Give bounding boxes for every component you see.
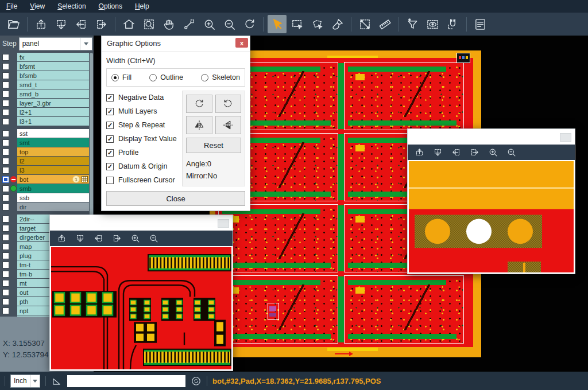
move-down-button[interactable] [433,147,443,157]
layer-visibility-checkbox[interactable] [2,234,9,241]
rotate-ccw-button[interactable] [215,95,242,113]
reset-button[interactable]: Reset [186,138,241,153]
checkbox-profile[interactable]: ✓Profile [106,146,179,159]
layer-visibility-checkbox[interactable] [2,100,9,107]
layer-visibility-checkbox[interactable] [2,109,9,116]
zoom-previous-button[interactable] [240,15,259,33]
zoom-out-button[interactable] [220,15,239,33]
mirror-horizontal-button[interactable] [186,116,212,134]
layer-visibility-checkbox[interactable] [2,243,9,250]
layer-name-cell[interactable]: dir [17,202,89,211]
checkbox-datum-origin[interactable]: ✓Datum & Origin [106,159,179,173]
layer-visibility-checkbox[interactable] [2,298,9,305]
layer-visibility-checkbox[interactable] [2,225,9,232]
layer-row-smd_b[interactable]: smd_b [0,89,94,98]
mirror-vertical-button[interactable] [215,116,242,134]
checkbox-icon[interactable]: ✓ [106,94,114,102]
zoom-in-button[interactable] [488,147,498,157]
clear-brush-button[interactable] [328,15,347,33]
layer-visibility-checkbox[interactable] [2,118,9,125]
selection-marker-fiducial[interactable] [457,53,470,63]
layer-row-ssb[interactable]: ssb [0,193,94,202]
layer-visibility-checkbox[interactable] [2,139,9,146]
layer-visibility-checkbox[interactable] [2,81,9,88]
zoom-window-titlebar[interactable] [50,215,233,231]
checkbox-icon[interactable]: ✓ [106,135,114,143]
menu-item-view[interactable]: View [24,0,51,13]
move-down-button[interactable] [52,15,71,33]
layer-name-cell[interactable]: fx [17,53,89,61]
menu-item-options[interactable]: Options [92,0,129,13]
ruler-button[interactable] [376,15,394,33]
zoom-in-button[interactable] [200,15,219,33]
layer-row-top[interactable]: top [0,147,94,156]
move-up-button[interactable] [32,15,51,33]
layer-visibility-checkbox[interactable] [2,262,9,268]
move-right-button[interactable] [470,147,479,157]
layer-visibility-checkbox[interactable] [2,216,9,223]
layer-row-bot[interactable]: bot1 [0,175,94,184]
layer-name-cell[interactable]: l2+1 [17,108,89,116]
snap-magnet-button[interactable] [443,15,462,33]
layer-row-layer_3.gbr[interactable]: layer_3.gbr [0,99,94,107]
polygon-select-button[interactable] [308,15,327,33]
layer-row-smt[interactable]: smt [0,138,94,147]
radio-dot-icon[interactable] [201,74,208,81]
home-view-button[interactable] [119,15,138,33]
layer-visibility-checkbox[interactable] [2,252,9,259]
layer-row-dir[interactable]: dir [0,202,94,211]
zoom-window-titlebar[interactable] [408,129,575,145]
close-button[interactable]: Close [106,191,245,206]
layer-name-cell[interactable]: bfsmt [17,62,89,71]
layer-name-cell[interactable]: ssb [17,193,89,202]
checkbox-icon[interactable]: ✓ [106,122,114,129]
layer-name-cell[interactable]: sst [17,129,89,138]
red-dot-icon[interactable] [10,176,17,182]
pan-hand-button[interactable] [160,15,179,33]
checkbox-icon[interactable] [106,177,114,184]
checkbox-icon[interactable]: ✓ [106,149,114,157]
layer-visibility-checkbox[interactable] [2,280,9,287]
layer-name-cell[interactable]: bfsmb [17,71,89,80]
layer-name-cell[interactable]: l3+1 [17,117,89,126]
step-select[interactable]: panel [19,37,92,50]
layer-visibility-checkbox[interactable] [2,194,9,201]
layer-row-smd_t[interactable]: smd_t [0,80,94,89]
layer-row-l2+1[interactable]: l2+1 [0,108,94,116]
layer-row-l3+1[interactable]: l3+1 [0,117,94,126]
zoom-preview-fiducial[interactable] [409,161,574,272]
command-input[interactable] [67,375,185,387]
layer-name-cell[interactable]: layer_3.gbr [17,99,89,107]
layer-visibility-checkbox[interactable] [2,204,9,210]
grid-table-icon[interactable] [82,176,88,182]
layer-visibility-checkbox[interactable] [2,271,9,278]
layer-visibility-checkbox[interactable] [2,158,9,165]
layer-visibility-checkbox[interactable] [2,307,9,314]
checkbox-multi-layers[interactable]: ✓Multi Layers [106,104,179,118]
layer-name-cell[interactable]: top [17,147,89,156]
menu-item-file[interactable]: File [0,0,24,13]
window-button[interactable] [560,133,571,142]
move-up-button[interactable] [57,233,67,243]
layer-visibility-checkbox[interactable] [2,72,9,79]
layer-visibility-checkbox[interactable] [2,167,9,174]
move-left-button[interactable] [94,233,103,243]
layer-row-bfsmt[interactable]: bfsmt [0,62,94,71]
select-cursor-button[interactable] [268,15,287,33]
zoom-window-button[interactable] [140,15,158,33]
chevron-down-icon[interactable] [30,375,40,387]
dialog-titlebar[interactable]: Graphic Options x [102,36,250,52]
selection-marker-pad[interactable] [268,303,279,320]
layer-visibility-checkbox[interactable] [2,91,9,98]
checkbox-fullscreen-cursor[interactable]: Fullscreen Cursor [106,173,179,187]
layer-row-sst[interactable]: sst [0,129,94,138]
zoom-preview-pcb[interactable] [51,247,231,369]
units-select[interactable]: Inch [10,375,40,388]
view-options-button[interactable] [423,15,442,33]
menu-item-selection[interactable]: Selection [51,0,92,13]
menu-item-help[interactable]: Help [129,0,156,13]
green-dot-icon[interactable] [10,185,17,192]
zoom-out-button[interactable] [149,233,158,243]
move-right-button[interactable] [112,233,122,243]
layer-row-l2[interactable]: l2 [0,157,94,165]
